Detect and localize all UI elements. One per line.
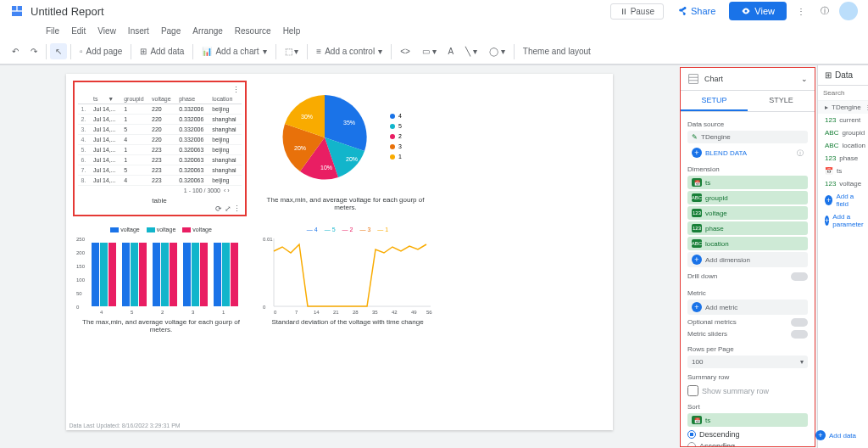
menu-page[interactable]: Page xyxy=(156,25,186,37)
sort-desc-radio[interactable] xyxy=(687,430,696,439)
document-title[interactable]: Untitled Report xyxy=(31,5,104,18)
svg-rect-38 xyxy=(231,243,238,306)
pie-chart[interactable]: 35% 20% 10% 20% 30% 4 5 2 3 1 The max,mi… xyxy=(261,82,431,211)
tab-style[interactable]: STYLE xyxy=(748,91,815,111)
shape-icon[interactable]: ◯ ▾ xyxy=(484,43,510,59)
add-parameter-button[interactable]: +Add a parameter xyxy=(818,210,868,231)
app-logo-icon xyxy=(10,4,24,18)
optional-toggle[interactable] xyxy=(791,318,808,327)
svg-text:28: 28 xyxy=(353,310,359,315)
drill-toggle[interactable] xyxy=(791,272,808,281)
svg-rect-29 xyxy=(139,243,147,306)
svg-rect-2 xyxy=(12,12,22,16)
view-button[interactable]: View xyxy=(729,2,787,20)
svg-text:200: 200 xyxy=(76,250,86,255)
svg-text:0: 0 xyxy=(76,305,80,310)
user-avatar[interactable] xyxy=(839,2,858,20)
dimension-phase[interactable]: 123phase xyxy=(687,221,808,235)
field-groupid[interactable]: ABCgroupid xyxy=(818,126,868,139)
svg-rect-36 xyxy=(214,243,221,306)
menu-help[interactable]: Help xyxy=(278,25,306,37)
data-source-chip[interactable]: ✎TDengine xyxy=(687,131,808,143)
pause-button[interactable]: ⏸ Pause xyxy=(610,3,664,20)
svg-text:7: 7 xyxy=(295,310,298,315)
redo-icon[interactable]: ↷ xyxy=(25,43,42,59)
more-icon[interactable]: ⋮ xyxy=(792,3,810,20)
bar-chart[interactable]: voltage voltage voltage 250200150100500 … xyxy=(75,227,248,333)
svg-text:35: 35 xyxy=(372,310,378,315)
dimension-voltage[interactable]: 123voltage xyxy=(687,206,808,220)
svg-rect-1 xyxy=(18,6,22,10)
svg-rect-33 xyxy=(183,243,191,306)
add-page-button[interactable]: ▫ Add page xyxy=(75,43,127,59)
blend-data-button[interactable]: +BLEND DATAⓘ xyxy=(687,145,808,160)
report-canvas[interactable]: ⋮ ts▼ groupidvoltage phaselocation 1.Jul… xyxy=(66,74,613,430)
help-icon[interactable]: ⓘ xyxy=(815,2,834,20)
image-icon[interactable]: ▭ ▾ xyxy=(417,43,442,59)
add-metric-button[interactable]: +Add metric xyxy=(687,300,808,315)
sort-field[interactable]: 📅ts xyxy=(687,413,808,427)
svg-rect-30 xyxy=(153,243,160,306)
svg-text:20%: 20% xyxy=(346,156,358,162)
svg-point-12 xyxy=(390,134,395,139)
svg-text:0.01: 0.01 xyxy=(263,237,273,242)
field-voltage[interactable]: 123voltage xyxy=(818,177,868,190)
dimension-location[interactable]: ABClocation xyxy=(687,237,808,250)
url-embed-icon[interactable]: <> xyxy=(395,43,415,59)
menu-resource[interactable]: Resource xyxy=(230,25,276,37)
share-button[interactable]: Share xyxy=(669,3,724,19)
add-data-button[interactable]: ⊞ Add data xyxy=(135,43,189,59)
svg-rect-32 xyxy=(170,243,177,306)
add-field-button[interactable]: +Add a field xyxy=(818,190,868,210)
svg-rect-28 xyxy=(131,243,138,306)
text-icon[interactable]: A xyxy=(443,43,459,59)
dimension-groupid[interactable]: ABCgroupid xyxy=(687,191,808,204)
field-current[interactable]: 123current xyxy=(818,114,868,126)
add-dimension-button[interactable]: +Add dimension xyxy=(687,252,808,267)
add-data-bottom[interactable]: +Add data xyxy=(809,428,863,443)
add-control-button[interactable]: ≡ Add a control ▾ xyxy=(311,43,387,59)
line-chart[interactable]: — 4 — 5 — 2 — 3 — 1 0.01 0 0714212835424… xyxy=(261,227,435,326)
data-source-item[interactable]: ▸TDengine⋮ xyxy=(818,101,868,114)
menu-view[interactable]: View xyxy=(92,25,121,37)
menu-insert[interactable]: Insert xyxy=(123,25,154,37)
undo-icon[interactable]: ↶ xyxy=(7,43,24,59)
svg-text:5: 5 xyxy=(398,123,402,129)
svg-text:21: 21 xyxy=(333,310,339,315)
field-location[interactable]: ABClocation xyxy=(818,139,868,152)
chevron-down-icon[interactable]: ⌄ xyxy=(801,75,808,83)
svg-text:14: 14 xyxy=(314,310,320,315)
svg-point-14 xyxy=(390,144,395,149)
community-viz-icon[interactable]: ⬚ ▾ xyxy=(280,43,304,59)
table-chart[interactable]: ⋮ ts▼ groupidvoltage phaselocation 1.Jul… xyxy=(73,81,247,216)
svg-rect-27 xyxy=(122,243,130,306)
svg-point-16 xyxy=(390,154,395,160)
chart-properties-panel: Chart⌄ SETUP STYLE Data source ✎TDengine… xyxy=(680,67,815,447)
summary-checkbox[interactable] xyxy=(687,385,698,396)
field-phase[interactable]: 123phase xyxy=(818,152,868,165)
svg-text:150: 150 xyxy=(76,264,86,269)
menu-file[interactable]: File xyxy=(41,25,64,37)
svg-text:1: 1 xyxy=(222,310,225,315)
field-ts[interactable]: 📅ts xyxy=(818,165,868,177)
svg-rect-35 xyxy=(200,243,208,306)
menu-edit[interactable]: Edit xyxy=(66,25,91,37)
line-icon[interactable]: ╲ ▾ xyxy=(460,43,482,59)
tab-setup[interactable]: SETUP xyxy=(681,91,748,111)
svg-text:3: 3 xyxy=(192,310,195,315)
data-icon: ⊞ xyxy=(825,70,832,80)
panel-title: Chart xyxy=(704,75,796,83)
svg-text:2: 2 xyxy=(161,310,164,315)
add-chart-button[interactable]: 📊 Add a chart ▾ xyxy=(197,43,271,59)
rows-per-page[interactable]: 100▾ xyxy=(687,356,808,368)
svg-text:42: 42 xyxy=(392,310,398,315)
search-input[interactable] xyxy=(823,89,863,97)
menu-arrange[interactable]: Arrange xyxy=(187,25,228,37)
svg-point-10 xyxy=(390,124,395,129)
svg-text:250: 250 xyxy=(76,237,86,242)
sort-asc-radio[interactable] xyxy=(687,442,696,447)
dimension-ts[interactable]: 📅ts xyxy=(687,176,808,189)
theme-button[interactable]: Theme and layout xyxy=(518,43,596,59)
slider-toggle[interactable] xyxy=(791,330,808,339)
pointer-icon[interactable]: ↖ xyxy=(50,43,67,59)
